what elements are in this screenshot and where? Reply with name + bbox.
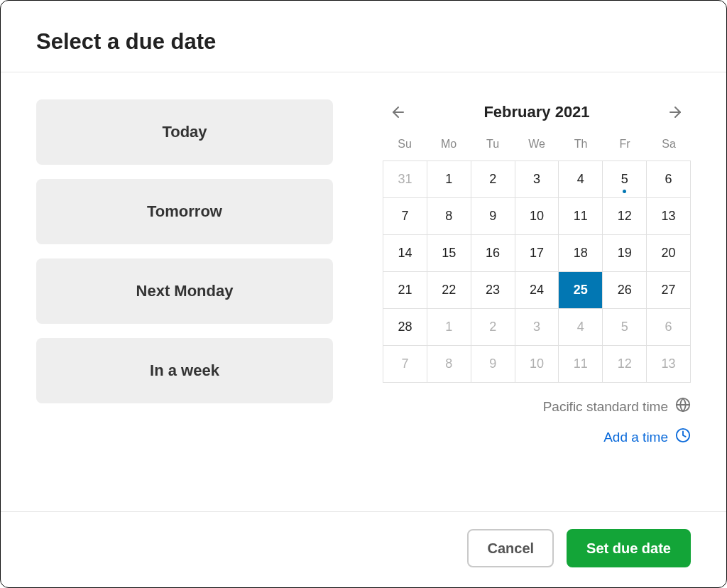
calendar-day[interactable]: 26 (603, 272, 647, 309)
calendar-day[interactable]: 12 (603, 346, 647, 383)
calendar-day[interactable]: 3 (515, 161, 559, 198)
calendar-day[interactable]: 22 (427, 272, 471, 309)
calendar-day[interactable]: 14 (383, 235, 427, 272)
calendar-day[interactable]: 12 (603, 198, 647, 235)
weekday-label: Fr (603, 135, 647, 156)
calendar-day[interactable]: 7 (383, 346, 427, 383)
calendar-weekday-row: Su Mo Tu We Th Fr Sa (383, 135, 691, 156)
timezone-row[interactable]: Pacific standard time (383, 397, 691, 416)
calendar-day[interactable]: 2 (471, 161, 515, 198)
calendar-day[interactable]: 31 (383, 161, 427, 198)
quick-next-monday-button[interactable]: Next Monday (36, 258, 333, 324)
calendar-day[interactable]: 19 (603, 235, 647, 272)
weekday-label: Tu (471, 135, 515, 156)
weekday-label: Mo (427, 135, 471, 156)
calendar-day[interactable]: 1 (427, 161, 471, 198)
calendar-month-label: February 2021 (483, 103, 589, 121)
quick-select-column: Today Tomorrow Next Monday In a week (36, 99, 333, 497)
calendar-day[interactable]: 13 (647, 346, 691, 383)
calendar-day[interactable]: 10 (515, 346, 559, 383)
quick-in-a-week-button[interactable]: In a week (36, 338, 333, 403)
calendar-day[interactable]: 25 (559, 272, 603, 309)
calendar-day[interactable]: 11 (559, 198, 603, 235)
calendar-header: February 2021 (383, 99, 691, 125)
weekday-label: Th (559, 135, 603, 156)
calendar-day[interactable]: 15 (427, 235, 471, 272)
calendar-day[interactable]: 27 (647, 272, 691, 309)
modal-header: Select a due date (1, 1, 726, 72)
calendar-day[interactable]: 8 (427, 198, 471, 235)
timezone-label: Pacific standard time (543, 399, 668, 415)
calendar-day[interactable]: 10 (515, 198, 559, 235)
calendar-grid: 3112345678910111213141516171819202122232… (383, 160, 691, 383)
calendar-day[interactable]: 2 (471, 309, 515, 346)
globe-icon (675, 397, 691, 416)
calendar-day[interactable]: 6 (647, 161, 691, 198)
calendar-day[interactable]: 17 (515, 235, 559, 272)
weekday-label: Sa (647, 135, 691, 156)
calendar-day[interactable]: 4 (559, 309, 603, 346)
add-time-label: Add a time (603, 430, 668, 445)
next-month-button[interactable] (662, 99, 688, 125)
calendar-day[interactable]: 5 (603, 161, 647, 198)
calendar-day[interactable]: 24 (515, 272, 559, 309)
calendar-day[interactable]: 6 (647, 309, 691, 346)
set-due-date-button[interactable]: Set due date (567, 529, 691, 567)
quick-tomorrow-button[interactable]: Tomorrow (36, 179, 333, 244)
arrow-left-icon (390, 104, 407, 121)
calendar-day[interactable]: 18 (559, 235, 603, 272)
calendar-day[interactable]: 28 (383, 309, 427, 346)
calendar-day[interactable]: 23 (471, 272, 515, 309)
clock-icon (675, 428, 691, 447)
calendar-day[interactable]: 11 (559, 346, 603, 383)
modal-body: Today Tomorrow Next Monday In a week Feb… (1, 72, 726, 511)
calendar-day[interactable]: 3 (515, 309, 559, 346)
calendar-day[interactable]: 5 (603, 309, 647, 346)
calendar-day[interactable]: 8 (427, 346, 471, 383)
calendar-day[interactable]: 21 (383, 272, 427, 309)
cancel-button[interactable]: Cancel (467, 529, 554, 567)
quick-today-button[interactable]: Today (36, 99, 333, 165)
weekday-label: We (515, 135, 559, 156)
calendar-day[interactable]: 16 (471, 235, 515, 272)
arrow-right-icon (667, 104, 684, 121)
add-time-button[interactable]: Add a time (383, 428, 691, 447)
prev-month-button[interactable] (386, 99, 411, 125)
calendar-day[interactable]: 7 (383, 198, 427, 235)
calendar-day[interactable]: 13 (647, 198, 691, 235)
modal-footer: Cancel Set due date (1, 511, 726, 587)
weekday-label: Su (383, 135, 427, 156)
calendar-day[interactable]: 9 (471, 346, 515, 383)
calendar-day[interactable]: 4 (559, 161, 603, 198)
calendar-day[interactable]: 20 (647, 235, 691, 272)
calendar-column: February 2021 Su Mo Tu We Th Fr Sa 31123… (383, 99, 691, 497)
calendar-day[interactable]: 9 (471, 198, 515, 235)
due-date-modal: Select a due date Today Tomorrow Next Mo… (0, 0, 727, 588)
modal-title: Select a due date (36, 29, 691, 55)
calendar-day[interactable]: 1 (427, 309, 471, 346)
